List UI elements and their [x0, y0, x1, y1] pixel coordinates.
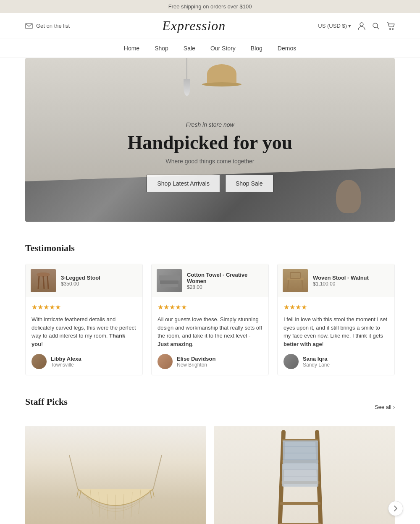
reviewer-name: Libby Alexa — [51, 356, 81, 362]
product-info: 3-Legged Stool $350.00 — [61, 275, 137, 287]
hero-title: Handpicked for you — [128, 131, 293, 154]
testimonials-grid: 3-Legged Stool $350.00 ★★★★★ With intric… — [25, 264, 395, 375]
testimonial-text: With intricate feathered details and del… — [32, 315, 136, 348]
nav-shop[interactable]: Shop — [155, 45, 168, 52]
hero-buttons: Shop Latest Arrivals Shop Sale — [128, 175, 293, 192]
product-thumbnail — [157, 269, 182, 292]
reviewer-location: New Brighton — [177, 362, 215, 368]
testimonial-text: I fell in love with this stool the momen… — [284, 315, 388, 348]
product-price: $28.00 — [187, 284, 263, 290]
svg-rect-11 — [160, 280, 178, 284]
svg-point-1 — [360, 23, 363, 26]
staff-picks-title: Staff Picks — [25, 396, 68, 407]
announcement-text: Free shipping on orders over $100 — [168, 3, 252, 10]
cart-icon[interactable] — [386, 22, 395, 30]
reviewer: Elise Davidson New Brighton — [158, 354, 262, 369]
chevron-right-icon: › — [393, 404, 395, 410]
reviewer-avatar — [284, 354, 299, 369]
search-icon[interactable] — [372, 22, 380, 30]
account-icon[interactable] — [358, 22, 365, 30]
reviewer-name: Sana Iqra — [303, 356, 330, 362]
carousel-next-button[interactable] — [388, 501, 403, 516]
product-info: Cotton Towel - Creative Women $28.00 — [187, 272, 263, 290]
product-info: Woven Stool - Walnut $1,100.00 — [313, 275, 389, 287]
svg-rect-10 — [159, 275, 180, 280]
svg-line-17 — [69, 455, 78, 489]
testimonials-section: Testimonials 3-Legged Stool $350.00 — [0, 222, 420, 388]
header: Get on the list Expression US (USD $) ▾ — [0, 13, 420, 39]
testimonial-product: Woven Stool - Walnut $1,100.00 — [278, 264, 394, 297]
svg-line-7 — [38, 276, 39, 289]
svg-point-6 — [37, 272, 50, 277]
rating-stars: ★★★★ — [284, 303, 388, 311]
hero-text-area: Fresh in store now Handpicked for you Wh… — [128, 121, 293, 192]
nav-blog[interactable]: Blog — [251, 45, 262, 52]
hero-subtitle: Fresh in store now — [128, 121, 293, 128]
see-all-button[interactable]: See all › — [375, 404, 395, 410]
nav-our-story[interactable]: Our Story — [210, 45, 236, 52]
testimonial-body: ★★★★ I fell in love with this stool the … — [278, 297, 394, 375]
reviewer-info: Sana Iqra Sandy Lane — [303, 356, 330, 368]
testimonial-card: Cotton Towel - Creative Women $28.00 ★★★… — [151, 264, 269, 375]
currency-selector[interactable]: US (USD $) ▾ — [318, 23, 351, 29]
nav-home[interactable]: Home — [124, 45, 139, 52]
reviewer-location: Townsville — [51, 362, 81, 368]
svg-line-18 — [153, 455, 162, 489]
reviewer-avatar — [32, 354, 47, 369]
header-left: Get on the list — [25, 23, 70, 29]
rating-stars: ★★★★★ — [32, 303, 136, 311]
hero-section: Fresh in store now Handpicked for you Wh… — [25, 58, 395, 222]
svg-line-9 — [47, 276, 48, 289]
product-name: Woven Stool - Walnut — [313, 275, 389, 281]
reviewer-info: Libby Alexa Townsville — [51, 356, 81, 368]
nav-sale[interactable]: Sale — [184, 45, 195, 52]
testimonial-body: ★★★★★ All our guests love these. Simply … — [152, 297, 268, 375]
svg-point-5 — [392, 28, 393, 29]
get-on-list-label[interactable]: Get on the list — [36, 23, 70, 29]
header-right: US (USD $) ▾ — [318, 22, 395, 30]
nav-demos[interactable]: Demos — [278, 45, 296, 52]
staff-picks-section: Staff Picks See all › — [0, 388, 420, 524]
logo[interactable]: Expression — [162, 18, 226, 34]
svg-rect-12 — [161, 284, 178, 287]
reviewer-avatar — [158, 354, 173, 369]
product-card: Selvedge Linens - Karin Carlander From $… — [214, 426, 395, 524]
announcement-bar: Free shipping on orders over $100 — [0, 0, 420, 13]
testimonial-product: Cotton Towel - Creative Women $28.00 — [152, 264, 268, 297]
reviewer-location: Sandy Lane — [303, 362, 330, 368]
rating-stars: ★★★★★ — [158, 303, 262, 311]
product-thumbnail — [283, 269, 308, 292]
testimonial-body: ★★★★★ With intricate feathered details a… — [26, 297, 142, 375]
svg-line-29 — [152, 489, 154, 497]
product-image: Save $20.00 — [25, 426, 206, 524]
product-name: Cotton Towel - Creative Women — [187, 272, 263, 284]
shop-sale-button[interactable]: Shop Sale — [225, 175, 273, 192]
reviewer: Libby Alexa Townsville — [32, 354, 136, 369]
testimonial-card: 3-Legged Stool $350.00 ★★★★★ With intric… — [25, 264, 143, 375]
product-price: $1,100.00 — [313, 281, 389, 287]
reviewer: Sana Iqra Sandy Lane — [284, 354, 388, 369]
testimonial-card: Woven Stool - Walnut $1,100.00 ★★★★ I fe… — [277, 264, 395, 375]
main-nav: Home Shop Sale Our Story Blog Demos — [0, 39, 420, 58]
testimonial-product: 3-Legged Stool $350.00 — [26, 264, 142, 297]
product-price: $350.00 — [61, 281, 137, 287]
products-grid: Save $20.00 Woven Cotton Hammock $100.00… — [25, 426, 395, 524]
svg-line-15 — [288, 280, 289, 290]
product-card: Save $20.00 Woven Cotton Hammock $100.00… — [25, 426, 206, 524]
testimonials-title: Testimonials — [25, 243, 395, 254]
svg-rect-14 — [290, 272, 300, 278]
svg-line-8 — [43, 276, 44, 289]
hero-description: Where good things come together — [128, 158, 293, 165]
svg-line-3 — [377, 27, 379, 29]
mail-icon — [25, 23, 33, 29]
svg-rect-41 — [282, 464, 318, 487]
product-thumbnail — [31, 269, 56, 292]
svg-point-2 — [373, 23, 378, 28]
svg-line-16 — [302, 280, 303, 290]
svg-line-26 — [77, 489, 79, 497]
shop-latest-arrivals-button[interactable]: Shop Latest Arrivals — [147, 175, 220, 192]
reviewer-name: Elise Davidson — [177, 356, 215, 362]
svg-point-4 — [389, 28, 391, 29]
staff-picks-header: Staff Picks See all › — [25, 396, 395, 417]
product-name: 3-Legged Stool — [61, 275, 137, 281]
